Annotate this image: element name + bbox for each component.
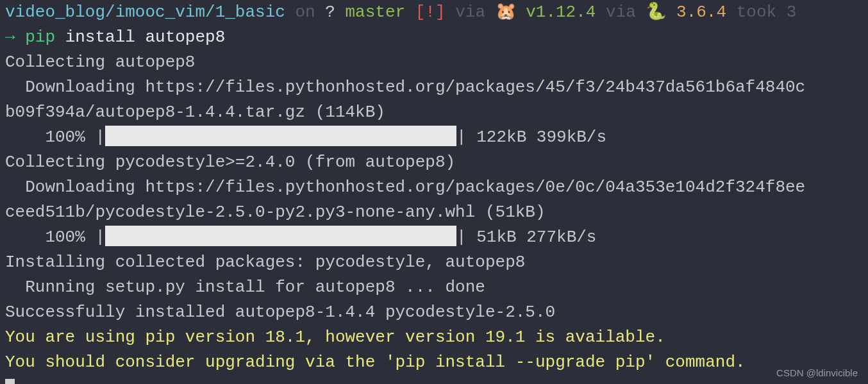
output-line: ceed511b/pycodestyle-2.5.0-py2.py3-none-… bbox=[5, 200, 863, 225]
took-text: took bbox=[737, 3, 776, 22]
watermark-text: CSDN @ldinvicible bbox=[776, 366, 858, 381]
progress2-pre: 100% | bbox=[5, 228, 105, 247]
output-line: Running setup.py install for autopep8 ..… bbox=[5, 275, 863, 300]
header-line: video_blog/imooc_vim/1_basic on ? master… bbox=[5, 0, 863, 25]
via1-text: via bbox=[455, 3, 485, 22]
prompt-line[interactable]: → pip install autopep8 bbox=[5, 25, 863, 50]
cursor-icon bbox=[5, 379, 15, 384]
branch-text: master bbox=[346, 3, 406, 22]
output-line: Successfully installed autopep8-1.4.4 py… bbox=[5, 300, 863, 325]
output-line: Downloading https://files.pythonhosted.o… bbox=[5, 175, 863, 200]
warn-marker: [!] bbox=[415, 3, 446, 22]
output-line: Downloading https://files.pythonhosted.o… bbox=[5, 75, 863, 100]
progress1-pre: 100% | bbox=[5, 128, 105, 147]
progress-line-2: 100% || 51kB 277kB/s bbox=[5, 225, 863, 250]
progress-bar-fill bbox=[105, 126, 456, 146]
warning-line: You are using pip version 18.1, however … bbox=[5, 325, 863, 350]
prompt-args: install autopep8 bbox=[55, 28, 225, 47]
output-line: Collecting autopep8 bbox=[5, 50, 863, 75]
progress2-post: | 51kB 277kB/s bbox=[456, 228, 596, 247]
prompt-arrow: → bbox=[5, 28, 25, 47]
output-line: b09f394a/autopep8-1.4.4.tar.gz (114kB) bbox=[5, 100, 863, 125]
tail-text: 3 bbox=[787, 3, 797, 22]
path-text: video_blog/imooc_vim/1_basic bbox=[5, 3, 285, 22]
prompt-cmd: pip bbox=[25, 28, 55, 47]
via2-text: via bbox=[606, 3, 636, 22]
ver2-text: 3.6.4 bbox=[676, 3, 726, 22]
output-line: Installing collected packages: pycodesty… bbox=[5, 250, 863, 275]
ver1-text: v1.12.4 bbox=[526, 3, 596, 22]
cursor-line[interactable] bbox=[5, 375, 863, 384]
on-text: on bbox=[295, 3, 315, 22]
progress-line-1: 100% || 122kB 399kB/s bbox=[5, 125, 863, 150]
output-line: Collecting pycodestyle>=2.4.0 (from auto… bbox=[5, 150, 863, 175]
progress-bar-fill bbox=[105, 226, 456, 246]
progress1-post: | 122kB 399kB/s bbox=[456, 128, 606, 147]
warning-line: You should consider upgrading via the 'p… bbox=[5, 350, 863, 375]
